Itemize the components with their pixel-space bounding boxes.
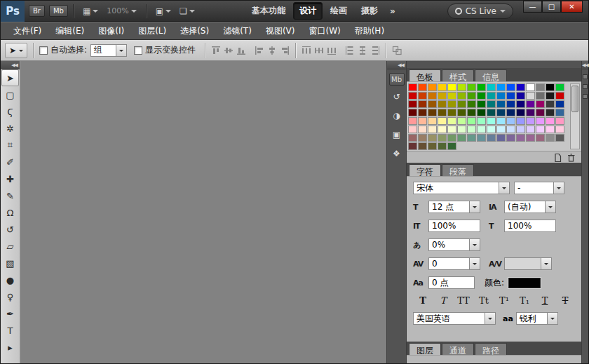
color-swatch[interactable] xyxy=(506,134,515,142)
align-left-edges-icon[interactable] xyxy=(255,46,264,55)
color-swatch[interactable] xyxy=(516,92,525,100)
color-swatch[interactable] xyxy=(447,117,456,125)
color-swatch[interactable] xyxy=(457,126,466,133)
color-swatch[interactable] xyxy=(546,126,555,133)
faux-italic-button[interactable]: T xyxy=(436,295,450,306)
color-swatch[interactable] xyxy=(536,126,545,133)
color-swatch[interactable] xyxy=(487,83,496,91)
color-swatch[interactable] xyxy=(526,92,535,100)
eraser-tool[interactable]: ▱ xyxy=(1,238,20,255)
adjustments-panel-button[interactable]: ◑ xyxy=(389,108,405,123)
brush-tool[interactable]: ✎ xyxy=(1,187,20,204)
underline-button[interactable]: T xyxy=(538,295,552,306)
color-swatch[interactable] xyxy=(467,134,476,142)
maximize-button[interactable]: □ xyxy=(542,1,561,13)
workspace-button[interactable]: 基本功能 xyxy=(245,2,292,20)
color-swatch[interactable] xyxy=(408,126,417,133)
color-swatch[interactable] xyxy=(418,83,427,91)
tools-panel-collapse-button[interactable]: ◀◀ xyxy=(1,61,20,69)
color-swatch[interactable] xyxy=(447,100,456,108)
color-swatch[interactable] xyxy=(506,117,515,125)
color-swatch[interactable] xyxy=(496,100,506,108)
swatches-scrollbar[interactable] xyxy=(570,83,580,149)
color-swatch[interactable] xyxy=(428,134,437,142)
color-swatch[interactable] xyxy=(555,92,564,100)
color-swatch[interactable] xyxy=(408,100,417,108)
color-swatch[interactable] xyxy=(408,142,417,150)
workspace-button[interactable]: 设计 xyxy=(293,2,323,20)
color-swatch[interactable] xyxy=(408,109,417,116)
color-swatch[interactable] xyxy=(526,109,535,116)
menu-item[interactable]: 图层(L) xyxy=(131,25,173,37)
panel-tab[interactable]: 样式 xyxy=(442,69,474,81)
color-swatch[interactable] xyxy=(467,126,476,133)
color-swatch[interactable] xyxy=(428,83,437,91)
collapsed-panel-button[interactable] xyxy=(583,84,588,89)
color-swatch[interactable] xyxy=(438,126,447,133)
color-swatch[interactable] xyxy=(457,117,466,125)
distribute-bottom-edges-icon[interactable] xyxy=(327,46,337,55)
distribute-horizontal-centers-icon[interactable] xyxy=(358,46,367,55)
edge-dock-expand-button[interactable]: ◀◀ xyxy=(582,61,588,69)
menu-item[interactable]: 帮助(H) xyxy=(348,25,391,37)
color-swatch[interactable] xyxy=(438,117,447,125)
color-swatch[interactable] xyxy=(477,83,486,91)
auto-align-layers-icon[interactable] xyxy=(392,46,402,55)
color-swatch[interactable] xyxy=(555,117,564,125)
color-swatch[interactable] xyxy=(408,134,417,142)
color-swatch[interactable] xyxy=(447,83,456,91)
color-swatch[interactable] xyxy=(467,100,476,108)
arrange-documents-button[interactable]: ▣ xyxy=(151,6,175,16)
color-swatch[interactable] xyxy=(516,126,525,133)
collapsed-panel-button[interactable] xyxy=(583,94,588,99)
color-swatch[interactable] xyxy=(506,83,515,91)
new-swatch-icon[interactable] xyxy=(553,153,562,162)
color-swatch[interactable] xyxy=(418,126,427,133)
collapsed-dock-expand-button[interactable]: ◀◀ xyxy=(387,61,406,69)
color-swatch[interactable] xyxy=(487,100,496,108)
color-swatch[interactable] xyxy=(526,117,535,125)
color-swatch[interactable] xyxy=(487,92,496,100)
color-swatch[interactable] xyxy=(408,117,417,125)
color-swatch[interactable] xyxy=(438,100,447,108)
superscript-button[interactable]: T¹ xyxy=(497,295,511,306)
color-swatch[interactable] xyxy=(555,126,564,133)
faux-bold-button[interactable]: T xyxy=(416,295,430,306)
color-swatch[interactable] xyxy=(516,109,525,116)
mini-bridge-button[interactable]: Mb xyxy=(49,5,68,17)
color-swatch[interactable] xyxy=(555,134,564,142)
color-swatch[interactable] xyxy=(546,134,555,142)
mini-bridge-panel-button[interactable]: Mb xyxy=(389,73,405,86)
menu-item[interactable]: 视图(V) xyxy=(259,25,302,37)
scrollbar-thumb[interactable] xyxy=(571,86,578,112)
minimize-button[interactable]: — xyxy=(523,1,542,13)
color-swatch[interactable] xyxy=(526,83,535,91)
color-swatch[interactable] xyxy=(438,134,447,142)
distribute-vertical-centers-icon[interactable] xyxy=(314,46,324,55)
proportional-spacing-combo[interactable]: 0% xyxy=(428,238,480,251)
menu-item[interactable]: 编辑(E) xyxy=(48,25,91,37)
color-swatch[interactable] xyxy=(496,109,506,116)
color-swatch[interactable] xyxy=(536,109,545,116)
color-swatch[interactable] xyxy=(438,92,447,100)
anti-alias-dropdown[interactable]: 锐利 xyxy=(516,312,558,325)
color-swatch[interactable] xyxy=(516,100,525,108)
cs-live-button[interactable]: CS Live xyxy=(447,4,513,19)
color-swatch[interactable] xyxy=(536,83,545,91)
close-button[interactable]: ✕ xyxy=(561,1,583,13)
panel-tab[interactable]: 字符 xyxy=(409,164,441,176)
horizontal-scale-combo[interactable]: 100% xyxy=(504,220,556,232)
healing-brush-tool[interactable]: ✚ xyxy=(1,170,20,187)
path-selection-tool[interactable]: ▸ xyxy=(1,339,20,356)
view-extras-button[interactable]: ▦ xyxy=(79,6,102,16)
color-swatch[interactable] xyxy=(447,109,456,116)
type-tool[interactable]: T xyxy=(1,322,20,339)
color-swatch[interactable] xyxy=(438,109,447,116)
small-caps-button[interactable]: Tt xyxy=(477,295,491,306)
color-swatch[interactable] xyxy=(457,92,466,100)
color-swatch[interactable] xyxy=(467,92,476,100)
color-swatch[interactable] xyxy=(555,109,564,116)
font-style-dropdown[interactable]: - xyxy=(514,182,564,194)
align-bottom-edges-icon[interactable] xyxy=(236,46,246,55)
color-swatch[interactable] xyxy=(457,109,466,116)
